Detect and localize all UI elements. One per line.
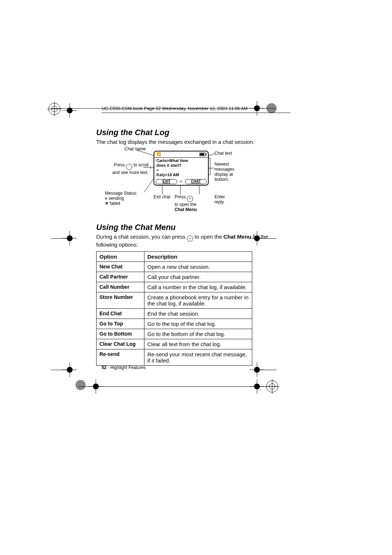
table-row: Call NumberCall a number in the chat log…: [97, 282, 252, 292]
page-header-rule: [102, 113, 290, 113]
sending-prefix-icon: »: [156, 168, 206, 173]
chat-line-2: does it start?: [156, 163, 206, 168]
callout-exit-chat: Exit chat: [154, 194, 170, 199]
sending-icon: »: [105, 196, 107, 201]
desc-cell: Call your chat partner.: [144, 272, 252, 282]
chat-log-intro: The chat log displays the messages excha…: [96, 139, 289, 146]
open-menu-strong: Chat Menu: [175, 207, 197, 212]
option-cell: Go to Bottom: [97, 329, 144, 339]
intro-pre: During a chat session, you can press: [96, 234, 187, 240]
desc-cell: Go to the top of the chat log.: [144, 319, 252, 329]
page-number: 52: [102, 365, 106, 370]
open-menu-pre: Press: [175, 194, 187, 199]
callout-scroll-pre: Press: [114, 162, 126, 167]
table-row: Go to TopGo to the top of the chat log.: [97, 319, 252, 329]
chat-menu-intro: During a chat session, you can press ≡ t…: [96, 234, 289, 248]
desc-cell: Open a new chat session.: [144, 262, 252, 272]
callout-newest: Newest messages display at bottom.: [215, 162, 240, 182]
page-footer: 52 - Highlight Features: [102, 365, 146, 370]
chat-log-diagram: Chat name Press ◦ to scroll and see more…: [96, 148, 289, 217]
option-cell: Call Partner: [97, 272, 144, 282]
softkey-exit: EXIT: [156, 179, 177, 184]
menu-key-icon: ≡: [179, 180, 183, 183]
intro-mid: to open the: [193, 234, 223, 240]
option-cell: End Chat: [97, 308, 144, 319]
failed-icon: ✕: [105, 201, 109, 206]
option-cell: New Chat: [97, 262, 144, 272]
callout-message-status: Message Status: » sending ✕ failed: [105, 191, 137, 206]
option-cell: Go to Top: [97, 319, 144, 329]
chat-line-3-text: Katy>10 AM: [156, 173, 206, 177]
heading-using-chat-log: Using the Chat Log: [96, 128, 289, 137]
desc-cell: Call a number in the chat log, if availa…: [144, 282, 252, 292]
svg-line-42: [208, 154, 215, 156]
battery-icon: [199, 153, 206, 156]
table-row: Call PartnerCall your chat partner.: [97, 272, 252, 282]
desc-cell: End the chat session.: [144, 308, 252, 319]
menu-key-circle-icon: ≡: [187, 196, 193, 202]
svg-point-23: [75, 380, 86, 390]
registration-mark-top-mid: [62, 103, 77, 118]
hairline-bot2: [78, 386, 278, 387]
table-row: Go to BottomGo to the bottom of the chat…: [97, 329, 252, 339]
callout-enter-reply: Enter reply: [215, 194, 233, 204]
page-header-line: UG.C550.GSM.book Page 52 Wednesday, Nove…: [102, 106, 248, 111]
desc-cell: Re-send your most recent chat message, i…: [144, 349, 252, 365]
option-cell: Re-send: [97, 349, 144, 365]
intro-strong: Chat Menu: [224, 234, 252, 240]
signal-icon: 📶: [156, 152, 161, 156]
hairline-bot1-r: [255, 370, 277, 370]
col-description: Description: [144, 251, 252, 262]
hairline-bot1: [51, 370, 73, 370]
table-row: End ChatEnd the chat session.: [97, 308, 252, 319]
table-row: Re-sendRe-send your most recent chat mes…: [97, 349, 252, 365]
status-bar: 📶: [154, 151, 208, 158]
menu-key-inline-icon: ≡: [187, 235, 193, 242]
nav-key-icon: ◦: [126, 164, 132, 170]
open-menu-post: to open the: [175, 202, 196, 207]
phone-screen: 📶 Carlo>What time does it start? » Katy>…: [154, 151, 209, 186]
option-cell: Clear Chat Log: [97, 339, 144, 349]
table-row: New ChatOpen a new chat session.: [97, 262, 252, 272]
chat-line-3: » Katy>10 AM: [156, 168, 206, 177]
desc-cell: Go to the bottom of the chat log.: [144, 329, 252, 339]
chat-line-1: Carlo>What time: [156, 158, 206, 163]
desc-cell: Create a phonebook entry for a number in…: [144, 292, 252, 308]
hairline-mid: [51, 238, 73, 239]
chat-log-text: Carlo>What time does it start? » Katy>10…: [154, 158, 208, 177]
heading-using-chat-menu: Using the Chat Menu: [96, 223, 289, 232]
status-heading: Message Status:: [105, 191, 137, 196]
callout-chat-name: Chat name: [124, 146, 146, 151]
col-option: Option: [97, 251, 144, 262]
table-row: Clear Chat LogClear all text from the ch…: [97, 339, 252, 349]
option-cell: Store Number: [97, 292, 144, 308]
registration-mark-top-left: [47, 102, 62, 116]
callout-scroll-hint: Press ◦ to scroll and see more text.: [112, 162, 148, 175]
registration-disc-bl: [73, 378, 88, 392]
callout-open-menu: Press ≡ to open the Chat Menu: [175, 194, 204, 212]
table-row: Store NumberCreate a phonebook entry for…: [97, 292, 252, 308]
status-failed: failed: [110, 201, 120, 206]
callout-chat-text: Chat text: [215, 151, 232, 156]
desc-cell: Clear all text from the chat log.: [144, 339, 252, 349]
footer-section: - Highlight Features: [106, 365, 146, 370]
options-table: Option Description New ChatOpen a new ch…: [96, 251, 252, 366]
status-sending: sending: [109, 196, 124, 201]
option-cell: Call Number: [97, 282, 144, 292]
softkey-chat: CHAT: [185, 179, 207, 184]
